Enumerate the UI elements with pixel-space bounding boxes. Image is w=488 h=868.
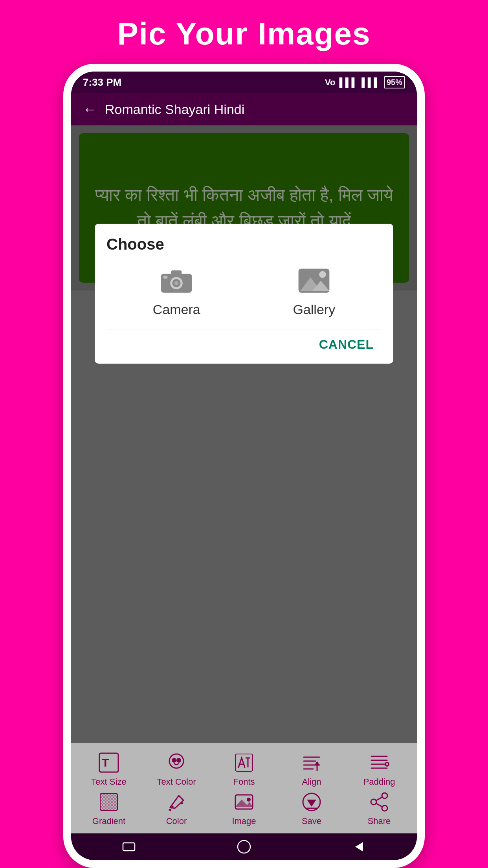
- image-label: Image: [232, 816, 256, 826]
- bottom-toolbar: T Text Size Text Color: [71, 743, 417, 833]
- color-label: Color: [166, 816, 187, 826]
- nav-back-button[interactable]: [349, 839, 369, 855]
- carrier-icon: Vo: [325, 77, 335, 88]
- choose-dialog: Choose: [95, 224, 393, 364]
- svg-point-9: [319, 271, 326, 278]
- top-bar: ← Romantic Shayari Hindi: [71, 93, 417, 125]
- fonts-label: Fonts: [233, 777, 255, 787]
- text-size-label: Text Size: [91, 777, 126, 787]
- signal-icon: ▌▌▌: [339, 77, 358, 88]
- screen-title: Romantic Shayari Hindi: [105, 102, 244, 117]
- svg-point-43: [371, 799, 376, 805]
- gradient-label: Gradient: [92, 816, 125, 826]
- battery-indicator: 95%: [384, 76, 405, 88]
- dialog-title: Choose: [106, 235, 382, 253]
- padding-label: Padding: [363, 777, 395, 787]
- save-icon: [300, 790, 323, 814]
- dialog-divider: [106, 329, 382, 329]
- padding-icon: [367, 751, 391, 774]
- svg-rect-15: [235, 754, 253, 771]
- phone-screen: 7:33 PM Vo ▌▌▌ ▌▌▌ 95% ← Romantic Shayar…: [71, 72, 417, 860]
- phone-frame: 7:33 PM Vo ▌▌▌ ▌▌▌ 95% ← Romantic Shayar…: [63, 64, 425, 868]
- svg-point-3: [174, 281, 179, 285]
- camera-option[interactable]: Camera: [153, 265, 200, 317]
- dialog-overlay: [71, 125, 417, 743]
- cancel-button[interactable]: CANCEL: [311, 333, 382, 356]
- camera-icon: [159, 265, 194, 296]
- share-icon: [367, 790, 391, 814]
- color-button[interactable]: Color: [155, 790, 198, 826]
- status-time: 7:33 PM: [83, 76, 121, 88]
- color-icon: [165, 790, 188, 814]
- svg-point-13: [172, 758, 176, 763]
- toolbar-row-2: Gradient: [75, 790, 413, 826]
- fonts-icon: [232, 751, 256, 774]
- fonts-button[interactable]: Fonts: [222, 751, 266, 787]
- text-size-button[interactable]: T Text Size: [87, 751, 130, 787]
- app-title: Pic Your Images: [117, 0, 371, 64]
- svg-point-12: [169, 754, 183, 768]
- align-label: Align: [302, 777, 321, 787]
- save-label: Save: [302, 816, 321, 826]
- dialog-actions: CANCEL: [106, 333, 382, 356]
- svg-text:T: T: [102, 756, 109, 769]
- svg-point-38: [247, 798, 251, 802]
- svg-line-46: [376, 804, 382, 807]
- svg-point-42: [382, 793, 387, 798]
- text-color-label: Text Color: [157, 777, 196, 787]
- gallery-label: Gallery: [293, 302, 335, 317]
- align-button[interactable]: Align: [290, 751, 333, 787]
- camera-label: Camera: [153, 302, 200, 317]
- status-icons: Vo ▌▌▌ ▌▌▌ 95%: [325, 76, 405, 88]
- svg-point-48: [238, 840, 250, 853]
- dialog-options: Camera: [106, 265, 382, 317]
- nav-home-button[interactable]: [234, 839, 254, 855]
- nav-square-button[interactable]: [119, 839, 139, 855]
- gradient-button[interactable]: Gradient: [87, 790, 130, 826]
- text-size-icon: T: [97, 751, 121, 774]
- svg-point-14: [176, 758, 181, 763]
- share-button[interactable]: Share: [358, 790, 401, 826]
- status-bar: 7:33 PM Vo ▌▌▌ ▌▌▌ 95%: [71, 72, 417, 93]
- svg-rect-47: [123, 843, 135, 851]
- svg-point-44: [382, 805, 387, 811]
- image-button[interactable]: Image: [222, 790, 266, 826]
- text-color-button[interactable]: Text Color: [155, 751, 198, 787]
- toolbar-row-1: T Text Size Text Color: [75, 751, 413, 787]
- svg-rect-4: [171, 270, 182, 276]
- svg-marker-49: [355, 842, 363, 851]
- svg-marker-40: [307, 800, 316, 807]
- image-icon: [232, 790, 256, 814]
- back-button[interactable]: ←: [83, 101, 97, 118]
- text-color-icon: [165, 751, 188, 774]
- padding-button[interactable]: Padding: [358, 751, 401, 787]
- gallery-icon: [296, 265, 332, 296]
- save-button[interactable]: Save: [290, 790, 333, 826]
- gradient-icon: [97, 790, 121, 814]
- content-area: प्यार का रिश्ता भी कितना अजीब होता है, म…: [71, 125, 417, 743]
- navigation-bar: [71, 833, 417, 860]
- svg-line-45: [376, 797, 382, 800]
- svg-rect-33: [100, 793, 117, 811]
- share-label: Share: [368, 816, 391, 826]
- svg-rect-5: [163, 276, 168, 279]
- signal-icon2: ▌▌▌: [361, 77, 380, 88]
- align-icon: [300, 751, 323, 774]
- gallery-option[interactable]: Gallery: [293, 265, 335, 317]
